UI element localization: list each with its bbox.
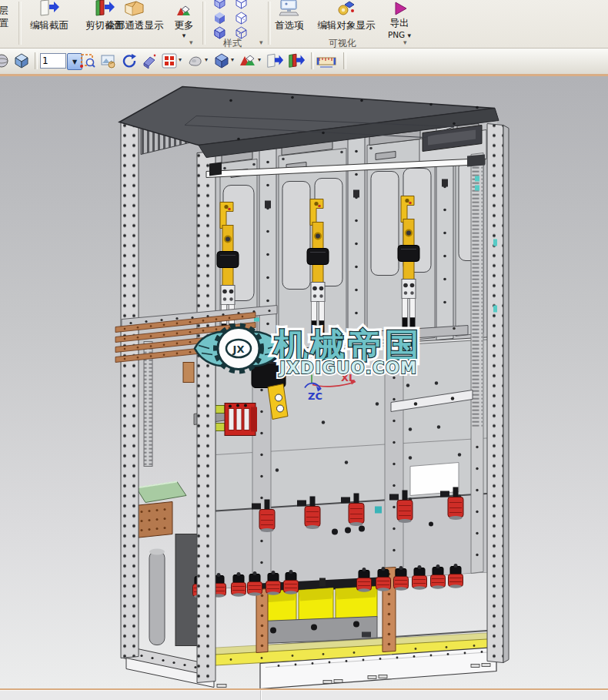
ribbon-separator xyxy=(202,2,205,45)
view-index-combo: ▼ xyxy=(40,53,82,69)
ghost-shape-icon[interactable] xyxy=(186,52,205,70)
preferences-button[interactable]: 首选项 xyxy=(271,0,308,46)
style-cube-hidden-line-button[interactable] xyxy=(232,0,249,10)
style-group-corner-arrow[interactable]: ▾ xyxy=(259,39,263,46)
edit-section-button[interactable]: 编辑截面 xyxy=(21,0,78,46)
view-toolbar: ▼ ▾ ▾ ▾ ▾ xyxy=(0,49,608,74)
visualization-group-corner-arrow[interactable]: ▾ xyxy=(403,39,407,46)
shaded-cube-icon[interactable] xyxy=(212,52,231,70)
eraser-icon[interactable] xyxy=(140,52,159,70)
section-group-corner-arrow[interactable]: ▾ xyxy=(189,39,193,46)
sphere-icon[interactable] xyxy=(0,52,11,70)
edit-object-display-icon xyxy=(309,0,383,16)
ghost-shape-dropdown-arrow[interactable]: ▾ xyxy=(205,56,208,63)
model-viewport[interactable]: XL ZC JX 机械帝国 机械帝国 JXDIGUO.COM JXDIGUO.C… xyxy=(0,74,608,688)
view-index-input[interactable] xyxy=(40,53,66,69)
section-out-icon[interactable] xyxy=(287,52,306,70)
more-icon xyxy=(167,0,201,16)
watermark-logo-text: JX xyxy=(232,343,245,355)
axis-label-zc: ZC xyxy=(308,390,322,402)
shaded-cube-dropdown-arrow[interactable]: ▾ xyxy=(231,56,234,63)
show-all-transparent-button[interactable]: 全部通透显示 xyxy=(102,0,167,46)
export-png-text: PNG xyxy=(388,30,405,39)
transparent-display-icon xyxy=(102,0,167,16)
refresh-icon[interactable] xyxy=(120,52,139,70)
preferences-icon xyxy=(271,0,308,16)
clipped-label-line2: 位置 xyxy=(0,17,18,29)
style-cube-wireframe-button[interactable] xyxy=(211,0,228,10)
pan-image-icon[interactable] xyxy=(99,52,118,70)
more-button[interactable]: 更多 ▾ xyxy=(167,0,201,46)
style-cube-shaded-button[interactable] xyxy=(211,11,228,25)
ruler-icon[interactable] xyxy=(316,52,337,70)
cabinet-model: XL ZC JX 机械帝国 机械帝国 JXDIGUO.COM JXDIGUO.C… xyxy=(0,76,608,688)
export-png-icon xyxy=(383,0,416,16)
status-cell-right xyxy=(261,690,608,700)
watermark-domain: JXDIGUO.COM xyxy=(278,359,418,377)
toolbar-separator xyxy=(311,52,314,69)
section-in-icon[interactable] xyxy=(266,52,284,70)
zoom-region-icon[interactable] xyxy=(79,52,97,70)
status-cell-left xyxy=(0,690,261,700)
display-mode-icon[interactable] xyxy=(239,52,257,70)
more-dropdown-arrow: ▾ xyxy=(167,32,201,39)
clipped-left-button[interactable]: 图层 位置 xyxy=(0,5,18,35)
cad-application-window: 图层 位置 编辑截面 剪切截面 全部通透显示 更多 xyxy=(0,0,608,700)
ribbon: 图层 位置 编辑截面 剪切截面 全部通透显示 更多 xyxy=(0,0,608,49)
export-png-button[interactable]: 导出 PNG ▾ xyxy=(383,0,416,46)
display-mode-dropdown-arrow[interactable]: ▾ xyxy=(258,56,261,63)
red-grid-icon[interactable] xyxy=(160,52,179,70)
toolbar-separator xyxy=(35,52,38,69)
clipped-label-line1: 图层 xyxy=(0,5,18,17)
style-cube-wire-white-button[interactable] xyxy=(232,11,249,25)
red-grid-dropdown-arrow[interactable]: ▾ xyxy=(179,56,182,63)
edit-section-icon xyxy=(21,0,78,16)
cube-icon[interactable] xyxy=(12,52,31,70)
export-dropdown-arrow: ▾ xyxy=(408,32,412,39)
toolbar-separator xyxy=(343,52,346,69)
status-bar xyxy=(0,688,608,700)
